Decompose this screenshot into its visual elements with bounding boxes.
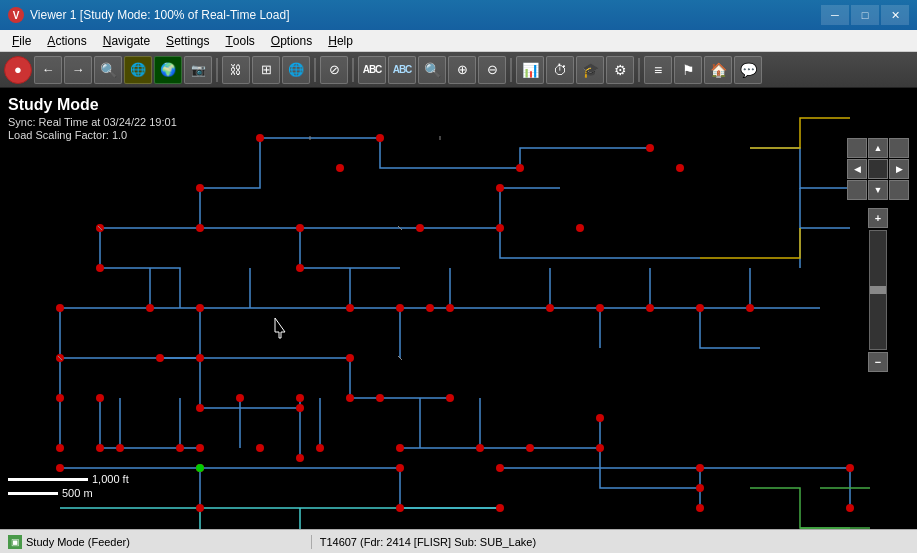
list-button[interactable]: ≡ (644, 56, 672, 84)
stop-button[interactable]: ● (4, 56, 32, 84)
title-bar-controls: ─ □ ✕ (821, 5, 909, 25)
menu-tools[interactable]: Tools (217, 30, 262, 51)
nav-ul-button[interactable] (847, 138, 867, 158)
scale-bar: 1,000 ft 500 m (8, 473, 129, 499)
scale-line-m (8, 492, 58, 495)
menu-help[interactable]: Help (320, 30, 361, 51)
title-bar-left: V Viewer 1 [Study Mode: 100% of Real-Tim… (8, 7, 289, 23)
home-button[interactable]: 🏠 (704, 56, 732, 84)
chart-button[interactable]: 📊 (516, 56, 544, 84)
status-bar: ▣ Study Mode (Feeder) T14607 (Fdr: 2414 … (0, 529, 917, 553)
nav-right-button[interactable]: ▶ (889, 159, 909, 179)
status-left: ▣ Study Mode (Feeder) (0, 535, 312, 549)
study-mode-overlay: Study Mode Sync: Real Time at 03/24/22 1… (8, 96, 177, 141)
camera-button[interactable]: 📷 (184, 56, 212, 84)
minimize-button[interactable]: ─ (821, 5, 849, 25)
status-left-text: Study Mode (Feeder) (26, 536, 130, 548)
zoom-minus-button[interactable]: − (868, 352, 888, 372)
globe-green-button[interactable]: 🌍 (154, 56, 182, 84)
study-mode-sync: Sync: Real Time at 03/24/22 19:01 (8, 116, 177, 128)
back-button[interactable]: ← (34, 56, 62, 84)
link-button[interactable]: ⛓ (222, 56, 250, 84)
clock-button[interactable]: ⏱ (546, 56, 574, 84)
map-canvas[interactable] (0, 88, 917, 529)
menu-settings[interactable]: Settings (158, 30, 217, 51)
toolbar: ● ← → 🔍 🌐 🌍 📷 ⛓ ⊞ 🌐 ⊘ ABC ABC 🔍 ⊕ ⊖ 📊 ⏱ … (0, 52, 917, 88)
zoom-in-button[interactable]: ⊕ (448, 56, 476, 84)
scale-line-ft (8, 478, 88, 481)
toolbar-sep-5 (638, 58, 640, 82)
grid-button[interactable]: ⊞ (252, 56, 280, 84)
study-mode-scale: Load Scaling Factor: 1.0 (8, 129, 177, 141)
menu-bar: File Actions Navigate Settings Tools Opt… (0, 30, 917, 52)
person-button[interactable]: ⚑ (674, 56, 702, 84)
toolbar-sep-4 (510, 58, 512, 82)
toolbar-sep-1 (216, 58, 218, 82)
menu-file[interactable]: File (4, 30, 39, 51)
nav-ur-button[interactable] (889, 138, 909, 158)
menu-options[interactable]: Options (263, 30, 320, 51)
nav-arrows: ▲ ◀ ▶ ▼ (847, 138, 909, 200)
window-title: Viewer 1 [Study Mode: 100% of Real-Time … (30, 8, 289, 22)
zoom-plus-button[interactable]: + (868, 208, 888, 228)
search-button[interactable]: 🔍 (94, 56, 122, 84)
search2-button[interactable]: 🔍 (418, 56, 446, 84)
nav-dr-button[interactable] (889, 180, 909, 200)
gear-button[interactable]: ⚙ (606, 56, 634, 84)
scale-ft-label: 1,000 ft (92, 473, 129, 485)
nav-left-button[interactable]: ◀ (847, 159, 867, 179)
scale-m: 500 m (8, 487, 129, 499)
app-icon-label: V (13, 10, 20, 21)
close-button[interactable]: ✕ (881, 5, 909, 25)
nav-dl-button[interactable] (847, 180, 867, 200)
globe-yellow-button[interactable]: 🌐 (124, 56, 152, 84)
nav-up-button[interactable]: ▲ (868, 138, 888, 158)
app-icon: V (8, 7, 24, 23)
chat-button[interactable]: 💬 (734, 56, 762, 84)
title-bar: V Viewer 1 [Study Mode: 100% of Real-Tim… (0, 0, 917, 30)
status-icon: ▣ (8, 535, 22, 549)
menu-navigate[interactable]: Navigate (95, 30, 158, 51)
menu-actions[interactable]: Actions (39, 30, 94, 51)
forward-button[interactable]: → (64, 56, 92, 84)
toolbar-sep-2 (314, 58, 316, 82)
label1-button[interactable]: ABC (358, 56, 386, 84)
status-right: T14607 (Fdr: 2414 [FLISR] Sub: SUB_Lake) (312, 536, 917, 548)
disable-button[interactable]: ⊘ (320, 56, 348, 84)
learn-button[interactable]: 🎓 (576, 56, 604, 84)
study-mode-title: Study Mode (8, 96, 177, 114)
zoom-controls: ▲ ◀ ▶ ▼ + − (847, 138, 909, 372)
maximize-button[interactable]: □ (851, 5, 879, 25)
status-right-text: T14607 (Fdr: 2414 [FLISR] Sub: SUB_Lake) (320, 536, 536, 548)
label2-button[interactable]: ABC (388, 56, 416, 84)
toolbar-sep-3 (352, 58, 354, 82)
zoom-out-button[interactable]: ⊖ (478, 56, 506, 84)
scale-m-label: 500 m (62, 487, 93, 499)
zoom-slider-track[interactable] (869, 230, 887, 350)
zoom-slider-thumb[interactable] (870, 286, 886, 294)
nav-center (868, 159, 888, 179)
map-container[interactable]: Study Mode Sync: Real Time at 03/24/22 1… (0, 88, 917, 529)
nav-down-button[interactable]: ▼ (868, 180, 888, 200)
globe3-button[interactable]: 🌐 (282, 56, 310, 84)
scale-ft: 1,000 ft (8, 473, 129, 485)
